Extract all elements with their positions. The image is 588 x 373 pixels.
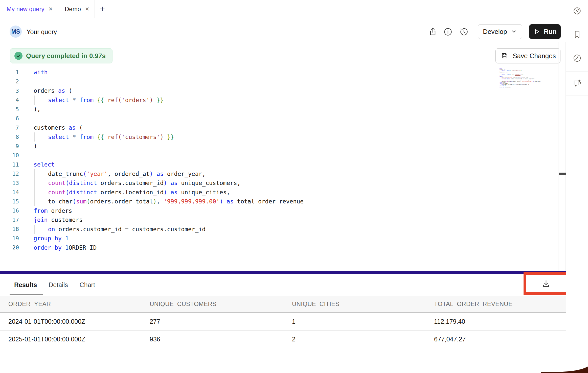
info-button[interactable] — [443, 27, 453, 37]
table-cell: 112,179.40 — [434, 318, 566, 325]
results-divider-bar[interactable] — [0, 271, 566, 274]
code-text: select * from {{ ref('customers') }} — [34, 134, 174, 140]
code-text: select * from {{ ref('orders') }} — [34, 97, 164, 103]
save-icon — [500, 51, 509, 60]
line-number: 19 — [0, 235, 19, 242]
chevron-down-icon — [511, 28, 517, 35]
code-line-9[interactable]: 9) — [0, 142, 566, 151]
code-text: ) — [34, 143, 37, 149]
code-line-7[interactable]: 7customers as ( — [0, 123, 566, 132]
new-tab-button[interactable]: + — [95, 0, 110, 18]
table-cell: 936 — [150, 336, 292, 343]
history-icon — [459, 27, 469, 37]
status-badge: Query completed in 0.97s — [10, 48, 112, 63]
table-row: 2024-01-01T00:00:00.000Z2771112,179.40 — [0, 313, 566, 331]
tab-label: My new query — [7, 6, 44, 13]
tab-details[interactable]: Details — [49, 281, 68, 289]
code-line-13[interactable]: 13count(distinct orders.customer_id) as … — [0, 178, 566, 188]
code-line-15[interactable]: 15to_char(sum(orders.order_total), '999,… — [0, 197, 566, 206]
code-line-4[interactable]: 4select * from {{ ref('orders') }} — [0, 96, 566, 105]
code-line-12[interactable]: 12date_trunc('year', ordered_at) as orde… — [0, 169, 566, 179]
line-number: 16 — [0, 207, 19, 214]
status-text: Query completed in 0.97s — [26, 52, 106, 60]
develop-button[interactable]: Develop — [478, 24, 522, 39]
code-line-6[interactable]: 6 — [0, 114, 566, 123]
line-number: 4 — [0, 97, 19, 103]
line-number: 13 — [0, 180, 19, 186]
code-line-5[interactable]: 5), — [0, 105, 566, 114]
line-number: 14 — [0, 189, 19, 195]
save-changes-button[interactable]: Save Changes — [495, 48, 560, 63]
avatar[interactable]: MS — [10, 26, 22, 38]
code-line-1[interactable]: 1with — [0, 68, 566, 77]
code-line-20[interactable]: 20order by 1ORDER_ID — [0, 243, 502, 252]
code-text: ), — [34, 106, 41, 112]
history-sidebar-button[interactable] — [572, 53, 582, 63]
scrollbar-handle[interactable] — [559, 173, 566, 175]
download-icon — [541, 278, 551, 289]
header-cell-unique-customers: UNIQUE_CUSTOMERS — [150, 300, 292, 308]
annotation-box — [524, 272, 569, 295]
line-number: 11 — [0, 161, 19, 168]
code-line-18[interactable]: 18on orders.customer_id = customers.cust… — [0, 225, 566, 234]
code-text: orders as ( — [34, 87, 72, 94]
code-text: customers as ( — [34, 124, 83, 131]
code-text: select — [34, 161, 55, 168]
close-tab-icon[interactable]: ✕ — [85, 6, 89, 12]
history-button[interactable] — [459, 27, 469, 37]
share-button[interactable] — [428, 27, 438, 37]
results-tab-bar: ResultsDetailsChart — [0, 274, 566, 296]
code-text: to_char(sum(orders.order_total), '999,99… — [34, 198, 304, 205]
tab-my-new-query[interactable]: My new query✕ — [0, 0, 58, 18]
line-number: 17 — [0, 217, 19, 223]
table-cell: 1 — [292, 318, 434, 325]
code-line-14[interactable]: 14count(distinct orders.location_id) as … — [0, 188, 566, 197]
download-button[interactable] — [541, 278, 551, 289]
line-number: 9 — [0, 143, 19, 149]
sidebar-divider — [566, 96, 588, 96]
bookmarks-button[interactable] — [572, 30, 582, 39]
develop-label: Develop — [483, 28, 507, 36]
info-icon — [443, 27, 453, 37]
code-line-8[interactable]: 8select * from {{ ref('customers') }} — [0, 132, 566, 142]
code-editor[interactable]: 1with23orders as (4select * from {{ ref(… — [0, 68, 566, 252]
save-label: Save Changes — [513, 52, 556, 60]
line-number: 1 — [0, 69, 19, 76]
line-number: 10 — [0, 152, 19, 158]
table-cell: 677,047.27 — [434, 336, 566, 343]
run-button[interactable]: Run — [529, 24, 561, 39]
line-number: 6 — [0, 115, 19, 122]
explore-button[interactable] — [572, 6, 582, 16]
active-tab-underline — [10, 294, 43, 295]
run-label: Run — [544, 28, 557, 36]
clock-icon — [572, 53, 582, 63]
header-cell-order-year: ORDER_YEAR — [8, 300, 150, 308]
code-text: on orders.customer_id = customers.custom… — [34, 226, 206, 232]
tab-results[interactable]: Results — [14, 281, 37, 289]
sidebar-divider — [566, 71, 588, 72]
tab-demo[interactable]: Demo✕ — [58, 0, 95, 18]
code-line-17[interactable]: 17join customers — [0, 215, 566, 225]
code-line-10[interactable]: 10 — [0, 151, 566, 160]
share-icon — [428, 27, 438, 37]
editor-minimap[interactable]: withorders as (select * from {{ ref('ord… — [500, 68, 540, 113]
code-text: from orders — [34, 207, 72, 214]
line-number: 8 — [0, 134, 19, 140]
ai-assistant-button[interactable] — [572, 79, 582, 88]
code-line-19[interactable]: 19group by 1 — [0, 234, 566, 243]
line-number: 7 — [0, 125, 19, 131]
code-line-3[interactable]: 3orders as ( — [0, 86, 566, 96]
tab-label: Demo — [65, 6, 81, 13]
tab-chart[interactable]: Chart — [80, 281, 95, 289]
close-tab-icon[interactable]: ✕ — [48, 6, 53, 12]
code-line-16[interactable]: 16from orders — [0, 206, 566, 216]
line-number: 15 — [0, 198, 19, 205]
code-line-11[interactable]: 11select — [0, 160, 566, 169]
red-pointer-artifact — [541, 366, 588, 373]
code-text: join customers — [34, 217, 83, 223]
sidebar-divider — [566, 47, 588, 47]
header-cell-total-order-revenue: TOTAL_ORDER_REVENUE — [434, 300, 566, 308]
code-line-2[interactable]: 2 — [0, 77, 566, 86]
right-sidebar — [566, 0, 588, 373]
code-text: count(distinct orders.customer_id) as un… — [34, 180, 241, 186]
